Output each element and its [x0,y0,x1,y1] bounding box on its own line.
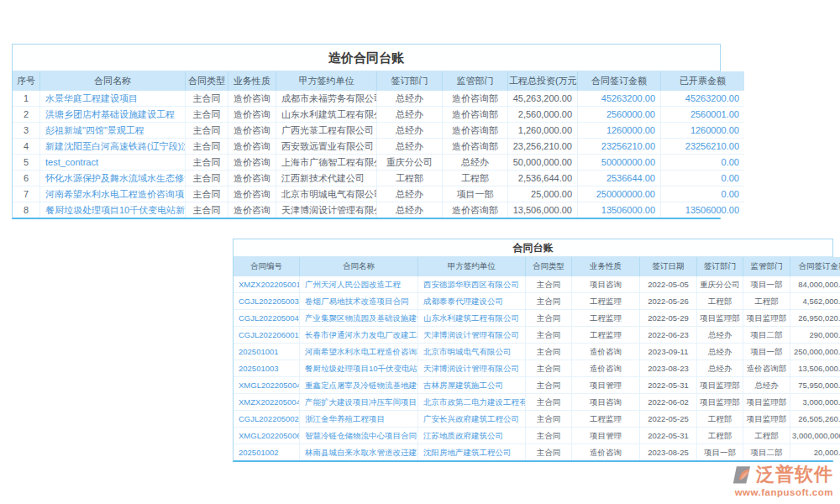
cell-link[interactable]: 江苏地质政府建筑公司 [418,428,526,444]
cell-link[interactable]: 林南县城自来水取水管道改迁建项目（二... [300,444,418,461]
cell-link[interactable]: 1260000.00 [578,123,661,139]
cell-link[interactable]: 北京市明城电气有限公司 [418,344,526,360]
cell: 总经办 [377,139,443,155]
cell: 总经办 [743,377,790,394]
cell-link[interactable]: 智慧冷链仓储物流中心项目合同 [300,428,418,444]
cell: 工程监理 [572,293,640,310]
cell-link[interactable]: 202501002 [234,444,300,461]
cell-link[interactable]: 彭祖新城"四馆"景观工程 [40,123,186,139]
cell-link[interactable]: XMGL202205006 [234,428,300,444]
cell: 工程部 [697,428,743,444]
cell-link[interactable]: 产能扩大建设项目冲压车间项目 [300,394,418,411]
cell-link[interactable]: 西安德源华联西区有限公司 [418,276,526,293]
cell: 84,000,000.00 [790,276,840,293]
cell-link[interactable]: 1260000.00 [661,123,745,139]
cell-link[interactable]: 2560001.00 [661,107,745,123]
cell-link[interactable]: XMZX202205001 [234,276,300,293]
cell: 造价咨询 [572,344,640,360]
cell-link[interactable]: 沈阳房地产建筑工程公司 [418,444,526,461]
cell: 造价咨询 [572,444,640,461]
cell-link[interactable]: 洪塘乡团店村基础设施建设工程 [40,107,186,123]
cell-link[interactable]: 广安长兴政府建筑工程公司 [418,411,526,428]
cell-link[interactable]: 45263200.00 [661,91,745,107]
cell-link[interactable]: 怀化水源保护及舞水流域水生态修复项目合 [40,171,186,186]
cell: 1 [13,91,40,107]
column-header: 签订日期 [640,257,697,276]
cell: 工程监理 [572,411,640,428]
cell-link[interactable]: 天津博润设计管理有限公司 [418,327,526,344]
cell-link[interactable]: 23256210.00 [578,139,661,155]
column-header: 序号 [13,71,40,91]
cell-link[interactable]: 2536644.00 [578,171,661,186]
cell: 主合同 [526,377,572,394]
cell-link[interactable]: 23256210.00 [661,139,745,155]
cell-link[interactable]: CGJL202205003 [234,293,300,310]
cell-link[interactable]: 餐厨垃圾处理项目10千伏变电站新建工程 [40,202,186,218]
cell-link[interactable]: 长春市伊通河水力发电厂改建工程 [300,327,418,344]
cell-link[interactable]: 天津博润设计管理有限公司 [418,360,526,377]
cell-link[interactable]: 水景华庭工程建设项目 [40,91,186,107]
cell: 工程部 [743,428,790,444]
cell-link[interactable]: 山东水利建筑工程有限公司 [418,310,526,327]
cell-link[interactable]: 卷烟厂易地技术改造项目合同 [300,293,418,310]
cell: 2023-08-25 [640,444,697,461]
cell-link[interactable]: 浙江金华养殖工程项目 [300,411,418,428]
cell: 50,000,000.00 [508,155,578,171]
cell: 主合同 [186,139,228,155]
contract-ledger-table: 合同编号合同名称甲方签约单位合同类型业务性质签订日期签订部门监管部门合同签订金额… [234,257,840,460]
cell-link[interactable]: 202501003 [234,360,300,377]
cell-link[interactable]: 13506000.00 [661,202,745,218]
cell: 2022-05-25 [640,411,697,428]
cell-link[interactable]: 吉林房屋建筑施工公司 [418,377,526,394]
cell: 主合同 [526,411,572,428]
cell-link[interactable]: 0.00 [661,171,745,186]
cell-link[interactable]: 北京市政第二电力建设工程有限... [418,394,526,411]
cell: 项目咨询 [572,394,640,411]
cell: 造价咨询部 [743,360,790,377]
cell-link[interactable]: 河南希望水利水电工程造价咨询项目 [40,186,186,202]
cell-link[interactable]: XMZX202205004 [234,394,300,411]
cell: 造价咨询 [228,202,276,218]
cell: 2,536,644.00 [508,171,578,186]
cell-link[interactable]: XMGL202205004 [234,377,300,394]
cell-link[interactable]: test_contract [40,155,186,171]
cell-link[interactable]: CGJL202206001 [234,327,300,344]
cell-link[interactable]: 成都泰泰代理建设公司 [418,293,526,310]
cell: 主合同 [186,155,228,171]
cell: 2022-05-05 [640,276,697,293]
column-header: 签订部门 [697,257,743,276]
cell-link[interactable]: 2560000.00 [578,107,661,123]
cell-link[interactable]: CGJL202205002 [234,411,300,428]
cell-link[interactable]: 45263200.00 [578,91,661,107]
cell-link[interactable]: 产业集聚区物流园及基础设施建设（二期... [300,310,418,327]
header-row: 合同编号合同名称甲方签约单位合同类型业务性质签订日期签订部门监管部门合同签订金额 [234,257,840,276]
cell-link[interactable]: 餐厨垃圾处理项目10千伏变电站新建工程 [300,360,418,377]
cell-link[interactable]: 250000000.00 [578,186,661,202]
cell: 主合同 [526,444,572,461]
contract-ledger-panel: 合同台账 合同编号合同名称甲方签约单位合同类型业务性质签订日期签订部门监管部门合… [233,239,833,462]
cell-link[interactable]: 0.00 [661,186,745,202]
cell-link[interactable]: 13506000.00 [578,202,661,218]
cell-link[interactable]: 0.00 [661,155,745,171]
cell: 75,950,000.00 [790,377,840,394]
cell: 主合同 [526,428,572,444]
cell-link[interactable]: 广州天河人民公园改造工程 [300,276,418,293]
table-row: 3彭祖新城"四馆"景观工程主合同造价咨询广西光菉工程有限公司总经办造价咨询部1,… [13,123,744,139]
cell-link[interactable]: 重鑫定点屠宰及冷链物流基地建设项目 [300,377,418,394]
cell-link[interactable]: 河南希望水利水电工程造价咨询项目 [300,344,418,360]
table-row: 6怀化水源保护及舞水流域水生态修复项目合主合同造价咨询江西新技术代建公司工程部工… [13,171,744,186]
cell-link[interactable]: 202501001 [234,344,300,360]
cell-link[interactable]: CGJL202205004 [234,310,300,327]
cell: 北京市明城电气有限公司 [276,186,377,202]
cell-link[interactable]: 新建沈阳至白河高速铁路(辽宁段)沈阳枢纽 [40,139,186,155]
cell: 26,950,020.00 [790,310,840,327]
cell: 总经办 [697,327,743,344]
cell-link[interactable]: 50000000.00 [578,155,661,171]
cell: 造价咨询 [228,186,276,202]
cell: 工程监理 [572,327,640,344]
cell: 主合同 [186,186,228,202]
cell: 造价咨询部 [443,139,508,155]
column-header: 合同名称 [40,71,186,91]
table-row: CGJL202205002浙江金华养殖工程项目广安长兴政府建筑工程公司主合同工程… [234,411,840,428]
cell: 造价咨询 [228,155,276,171]
